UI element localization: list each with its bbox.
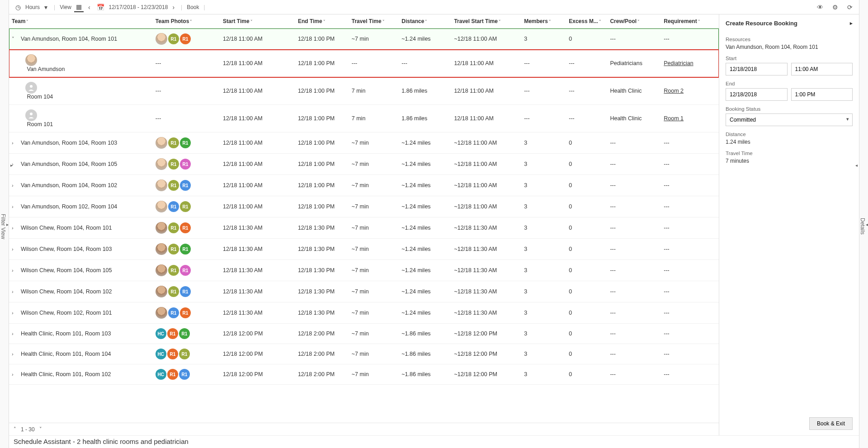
dist-cell: ~1.24 miles <box>399 217 451 239</box>
expand-icon[interactable]: › <box>12 331 18 336</box>
group-row[interactable]: ›Van Amundson, Room 104, Room 102R1R112/… <box>9 175 719 196</box>
expand-icon[interactable]: › <box>12 268 18 273</box>
expand-icon[interactable]: › <box>12 140 18 146</box>
column-header[interactable]: Team Photos˅ <box>153 14 220 28</box>
end-cell: 12/18 1:00 PM <box>295 154 349 175</box>
filter-view-label: Filter View <box>0 214 6 239</box>
group-row[interactable]: ›Van Amundson, Room 102, Room 104R1R112/… <box>9 196 719 217</box>
start-cell: 12/18 12:00 PM <box>220 364 295 385</box>
chevron-right-icon[interactable]: ▸ <box>850 20 853 26</box>
requirement-link[interactable]: Room 2 <box>664 88 684 94</box>
start-date-input[interactable] <box>726 63 788 75</box>
travel-cell: ~7 min <box>349 239 399 260</box>
expand-icon[interactable]: › <box>12 183 18 188</box>
grid-view-icon[interactable]: ▦ <box>74 2 84 12</box>
requirement-cell[interactable]: Room 2 <box>661 77 719 105</box>
members-cell: 3 <box>521 239 566 260</box>
group-row[interactable]: ›Health Clinic, Room 101, Room 104HCR1R1… <box>9 344 719 364</box>
date-range[interactable]: 12/17/2018 - 12/23/2018 <box>109 4 168 10</box>
group-row[interactable]: ›Wilson Chew, Room 104, Room 103R1R112/1… <box>9 239 719 260</box>
collapse-right-icon[interactable]: ◂ <box>855 163 858 168</box>
time-unit-dropdown[interactable]: Hours <box>25 4 40 10</box>
column-header[interactable]: Excess M...˅ <box>566 14 607 28</box>
child-row[interactable]: Room 104---12/18 11:00 AM12/18 1:00 PM7 … <box>9 77 719 105</box>
travel-cell: ~7 min <box>349 364 399 385</box>
expand-icon[interactable]: › <box>12 372 18 377</box>
expand-icon[interactable]: › <box>12 204 18 209</box>
column-header[interactable]: Requirement˅ <box>661 14 719 28</box>
resource-badge: R1 <box>168 286 179 297</box>
results-grid[interactable]: Team˅Team Photos˅Start Time˅End Time˅Tra… <box>9 14 719 423</box>
group-row[interactable]: ›Wilson Chew, Room 102, Room 101R1R112/1… <box>9 302 719 324</box>
distance-value: 1.24 miles <box>726 139 853 145</box>
child-row[interactable]: Room 101---12/18 11:00 AM12/18 1:00 PM7 … <box>9 105 719 132</box>
team-photos-cell: HCR1R1 <box>153 344 220 364</box>
book-exit-button[interactable]: Book & Exit <box>809 417 853 430</box>
dist-cell: ~1.24 miles <box>399 239 451 260</box>
resource-badge: R1 <box>167 349 178 359</box>
requirement-link[interactable]: Pediatrician <box>664 60 693 66</box>
team-photos-cell: R1R1 <box>153 281 220 302</box>
column-header[interactable]: Start Time˅ <box>220 14 295 28</box>
resource-badge: R1 <box>167 369 178 380</box>
requirement-cell: --- <box>661 344 719 364</box>
collapse-up-icon[interactable]: ˄ <box>14 426 16 432</box>
column-header[interactable]: End Time˅ <box>295 14 349 28</box>
refresh-icon[interactable]: ⟳ <box>845 3 854 12</box>
tstart-cell: ~12/18 11:30 AM <box>451 302 521 324</box>
next-icon[interactable]: › <box>170 3 176 12</box>
person-avatar <box>156 222 167 234</box>
expand-icon[interactable]: › <box>12 351 18 357</box>
column-header[interactable]: Team˅ <box>9 14 153 28</box>
group-row[interactable]: ›Van Amundson, Room 104, Room 103R1R112/… <box>9 132 719 154</box>
gear-icon[interactable]: ⚙ <box>830 3 840 12</box>
start-cell: 12/18 11:30 AM <box>220 302 295 324</box>
resource-badge: R1 <box>179 349 190 359</box>
end-cell: 12/18 1:00 PM <box>295 77 349 105</box>
group-row[interactable]: ›Health Clinic, Room 101, Room 102HCR1R1… <box>9 364 719 385</box>
group-row[interactable]: ›Wilson Chew, Room 104, Room 102R1R112/1… <box>9 281 719 302</box>
expand-left-icon: ◂ <box>866 222 868 227</box>
end-time-input[interactable] <box>791 88 853 101</box>
expand-icon[interactable]: › <box>12 246 18 252</box>
eye-icon[interactable]: 👁 <box>815 3 825 12</box>
group-row[interactable]: ›Wilson Chew, Room 104, Room 101R1R112/1… <box>9 217 719 239</box>
child-row[interactable]: Van Amundson---12/18 11:00 AM12/18 1:00 … <box>9 50 719 77</box>
person-avatar <box>156 243 167 255</box>
start-cell: 12/18 11:00 AM <box>220 77 295 105</box>
resource-badge: R1 <box>179 369 190 380</box>
dist-cell: ~1.24 miles <box>399 154 451 175</box>
expand-icon[interactable]: › <box>12 225 18 231</box>
details-tab[interactable]: ◂ Details <box>859 0 868 448</box>
prev-icon[interactable]: ‹ <box>86 3 92 12</box>
crew-cell: --- <box>607 344 661 364</box>
filter-view-tab[interactable]: ▸ Filter View <box>0 0 9 448</box>
column-header[interactable]: Distance˅ <box>399 14 451 28</box>
expand-icon[interactable]: › <box>12 161 18 167</box>
book-button[interactable]: Book <box>187 4 199 10</box>
requirement-link[interactable]: Room 1 <box>664 115 684 122</box>
dist-cell: --- <box>399 50 451 77</box>
status-select[interactable]: Committed <box>726 113 853 126</box>
expand-down-icon[interactable]: ˅ <box>39 426 42 432</box>
calendar-icon[interactable]: 📅 <box>95 3 106 12</box>
group-row[interactable]: ›Van Amundson, Room 104, Room 105R1R112/… <box>9 154 719 175</box>
group-row[interactable]: ˅Van Amundson, Room 104, Room 101R1R112/… <box>9 28 719 50</box>
expand-icon[interactable]: › <box>12 310 18 316</box>
end-cell: 12/18 1:00 PM <box>295 105 349 132</box>
dropdown-icon[interactable]: ▾ <box>42 3 49 12</box>
start-cell: 12/18 12:00 PM <box>220 344 295 364</box>
expand-icon[interactable]: › <box>12 289 18 294</box>
column-header[interactable]: Crew/Pool˅ <box>607 14 661 28</box>
column-header[interactable]: Travel Time˅ <box>349 14 399 28</box>
tstart-cell: 12/18 11:00 AM <box>451 50 521 77</box>
requirement-cell[interactable]: Room 1 <box>661 105 719 132</box>
group-row[interactable]: ›Wilson Chew, Room 104, Room 105R1R112/1… <box>9 260 719 281</box>
column-header[interactable]: Travel Start Time˅ <box>451 14 521 28</box>
expand-icon[interactable]: ˅ <box>12 36 18 42</box>
column-header[interactable]: Members˅ <box>521 14 566 28</box>
requirement-cell[interactable]: Pediatrician <box>661 50 719 77</box>
start-time-input[interactable] <box>791 63 853 75</box>
end-date-input[interactable] <box>726 88 788 101</box>
group-row[interactable]: ›Health Clinic, Room 101, Room 103HCR1R1… <box>9 324 719 344</box>
